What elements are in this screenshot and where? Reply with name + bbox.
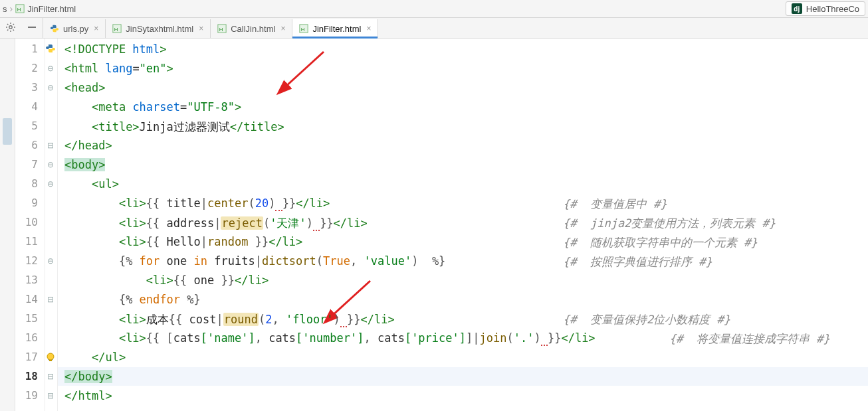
code-line[interactable]: <li>{{ [cats['name'], cats['number'], ca… [64, 331, 596, 345]
line-number: 15 [18, 312, 38, 325]
code-comment: {# 随机获取字符串中的一个元素 #} [563, 235, 758, 250]
code-line[interactable]: <li>{{ Hello|random }}</li> [64, 235, 302, 248]
fold-collapse-icon[interactable]: ⊖ [47, 179, 54, 186]
svg-text:H: H [114, 27, 118, 33]
line-number: 7 [18, 158, 38, 171]
svg-point-2 [9, 25, 12, 28]
fold-collapse-icon[interactable]: ⊖ [47, 160, 54, 167]
breadcrumb-root[interactable]: s [3, 4, 7, 14]
code-area[interactable]: <!DOCTYPE html><html lang="en"><head> <m… [58, 39, 868, 411]
code-line[interactable]: <ul> [64, 177, 119, 191]
svg-line-8 [13, 29, 14, 30]
fold-collapse-icon[interactable]: ⊖ [47, 83, 54, 90]
gear-icon[interactable] [5, 22, 16, 35]
html-file-icon: H [112, 24, 122, 33]
code-line[interactable]: </html> [64, 389, 112, 402]
svg-line-7 [7, 24, 8, 25]
code-line[interactable]: <li>{{ address|reject('天津') }}</li> [64, 216, 368, 231]
svg-point-18 [47, 353, 54, 360]
run-config-selector[interactable]: dj HelloThreeCo [786, 1, 865, 16]
close-icon[interactable]: × [199, 24, 203, 33]
fold-end-icon[interactable]: ⊟ [47, 372, 54, 378]
code-comment: {# 按照字典值进行排序 #} [563, 254, 712, 270]
code-line[interactable]: <body> [64, 158, 105, 171]
fold-column[interactable]: ⊖⊖⊖⊖⊖⊟⊟⊟⊟⊟ [45, 39, 58, 411]
close-icon[interactable]: × [280, 24, 285, 33]
left-marker-rail [0, 39, 15, 411]
html-file-icon: H [299, 24, 308, 33]
tab-urls-py[interactable]: urls.py× [43, 19, 106, 38]
minimize-icon[interactable] [27, 22, 37, 35]
line-number: 19 [18, 389, 38, 402]
django-icon: dj [792, 3, 802, 14]
line-number: 4 [18, 100, 38, 113]
tab-label: JinSytaxhtml.html [126, 24, 193, 34]
code-line[interactable]: </body> [64, 370, 112, 383]
line-number: 13 [18, 274, 38, 286]
line-number: 1 [18, 42, 38, 55]
code-line[interactable]: <html lang="en"> [64, 62, 173, 75]
editor-tabs: urls.py×HJinSytaxhtml.html×HCallJin.html… [43, 18, 378, 38]
code-line[interactable]: <li>成本{{ cost|round(2, 'floor') }}</li> [64, 312, 395, 327]
svg-rect-19 [49, 360, 52, 361]
line-number: 6 [18, 139, 38, 151]
svg-text:H: H [219, 27, 223, 33]
code-comment: {# 变量值居中 #} [563, 197, 667, 212]
code-line[interactable]: <!DOCTYPE html> [64, 42, 167, 56]
code-line[interactable]: <title>Jinja过滤器测试</title> [64, 120, 284, 135]
python-gutter-icon[interactable] [45, 43, 56, 54]
tab-jinsytaxhtml-html[interactable]: HJinSytaxhtml.html× [106, 19, 211, 38]
code-line[interactable]: </head> [64, 139, 112, 152]
breadcrumb-separator: › [10, 3, 13, 14]
scroll-marker [3, 118, 12, 145]
svg-line-20 [285, 52, 324, 87]
breadcrumb-file[interactable]: H JinFilter.html [15, 4, 76, 14]
code-line[interactable]: <meta charset="UTF-8"> [64, 100, 241, 114]
breadcrumb-bar: s › H JinFilter.html dj HelloThreeCo [0, 0, 868, 18]
close-icon[interactable]: × [94, 24, 98, 33]
code-line[interactable]: <li>{{ one }}</li> [64, 274, 269, 287]
svg-line-10 [13, 24, 14, 25]
line-number-gutter[interactable]: 12345678910111213141516171819 [15, 39, 45, 411]
code-line[interactable]: <head> [64, 81, 105, 94]
tab-label: urls.py [63, 24, 88, 34]
current-line-highlight [58, 367, 868, 386]
fold-end-icon[interactable]: ⊟ [47, 295, 54, 301]
code-line[interactable]: {% for one in fruits|dictsort(True, 'val… [64, 254, 445, 268]
python-file-icon [50, 24, 59, 33]
svg-text:H: H [17, 7, 21, 13]
intention-bulb-icon[interactable] [45, 352, 56, 363]
fold-end-icon[interactable]: ⊟ [47, 391, 54, 398]
close-icon[interactable]: × [366, 24, 371, 33]
line-number: 16 [18, 331, 38, 344]
breadcrumb-root-label: s [3, 4, 7, 14]
line-number: 18 [18, 370, 38, 382]
line-number: 5 [18, 120, 38, 132]
code-line[interactable]: <li>{{ title|center(20) }}</li> [64, 197, 330, 210]
line-number: 14 [18, 293, 38, 305]
line-number: 3 [18, 81, 38, 94]
tool-window-controls [0, 18, 43, 38]
code-comment: {# jinja2变量使用方法，列表元素 #} [563, 216, 776, 231]
tab-calljin-html[interactable]: HCallJin.html× [211, 19, 292, 38]
breadcrumb-file-label: JinFilter.html [27, 4, 76, 14]
tab-bar-row: urls.py×HJinSytaxhtml.html×HCallJin.html… [0, 18, 868, 39]
line-number: 8 [18, 177, 38, 190]
svg-line-21 [332, 281, 370, 316]
run-config-label: HelloThreeCo [806, 4, 859, 14]
fold-collapse-icon[interactable]: ⊖ [47, 256, 54, 263]
fold-collapse-icon[interactable]: ⊖ [47, 64, 54, 70]
fold-end-icon[interactable]: ⊟ [47, 141, 54, 147]
code-line[interactable]: </ul> [64, 351, 126, 364]
line-number: 9 [18, 197, 38, 209]
annotation-arrow-1 [277, 48, 330, 98]
svg-line-9 [7, 29, 8, 30]
line-number: 12 [18, 254, 38, 267]
tab-jinfilter-html[interactable]: HJinFilter.html× [292, 19, 378, 38]
html-file-icon: H [217, 24, 227, 33]
svg-text:H: H [301, 27, 305, 33]
code-line[interactable]: {% endfor %} [64, 293, 201, 306]
line-number: 11 [18, 235, 38, 248]
line-number: 2 [18, 62, 38, 74]
tab-label: CallJin.html [231, 24, 275, 34]
